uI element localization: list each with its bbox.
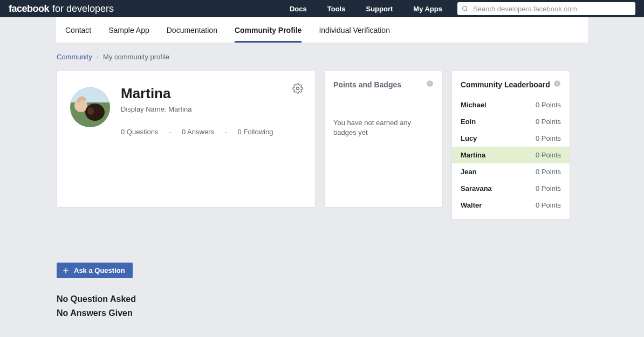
- secondary-nav: ContactSample AppDocumentationCommunity …: [55, 17, 589, 43]
- points-title: Points and Badges: [333, 80, 401, 89]
- points-card: Points and Badges You have not earned an…: [324, 71, 443, 208]
- svg-point-2: [297, 87, 299, 90]
- top-nav: facebook for developers Docs Tools Suppo…: [0, 0, 644, 17]
- profile-name: Martina: [121, 85, 302, 102]
- leaderboard-points: 0 Points: [536, 201, 561, 209]
- leaderboard-row[interactable]: Saravana0 Points: [452, 180, 570, 197]
- brand-developers: for developers: [52, 3, 114, 15]
- leaderboard-name: Saravana: [461, 184, 492, 192]
- leaderboard-row[interactable]: Eoin0 Points: [452, 113, 570, 130]
- profile-stats: 0 Questions · 0 Answers · 0 Following: [121, 128, 302, 136]
- svg-point-13: [557, 81, 558, 82]
- leaderboard-row[interactable]: Jean0 Points: [452, 163, 570, 180]
- svg-point-5: [74, 99, 87, 112]
- leaderboard-points: 0 Points: [536, 118, 561, 126]
- leaderboard-row[interactable]: Michael0 Points: [452, 97, 570, 113]
- svg-point-7: [87, 107, 94, 115]
- plus-icon: [62, 267, 70, 274]
- profile-card: Martina Display Name: Martina 0 Question…: [57, 71, 316, 208]
- no-answers-text: No Answers Given: [57, 308, 587, 318]
- main-row: Martina Display Name: Martina 0 Question…: [52, 71, 592, 219]
- svg-rect-9: [429, 83, 430, 85]
- tab-community-profile[interactable]: Community Profile: [235, 17, 302, 43]
- leaderboard-name: Eoin: [461, 118, 476, 126]
- svg-point-10: [429, 81, 430, 82]
- leaderboard-card: Community Leaderboard Michael0 PointsEoi…: [451, 71, 570, 219]
- dot-separator: ·: [225, 128, 227, 136]
- leaderboard-list: Michael0 PointsEoin0 PointsLucy0 PointsM…: [452, 97, 570, 214]
- leaderboard-row[interactable]: Lucy0 Points: [452, 130, 570, 147]
- gear-icon[interactable]: [292, 83, 303, 96]
- leaderboard-title: Community Leaderboard: [461, 80, 550, 89]
- leaderboard-points: 0 Points: [536, 168, 561, 176]
- stat-answers: 0 Answers: [182, 128, 214, 136]
- nav-support[interactable]: Support: [366, 5, 393, 13]
- info-icon[interactable]: [553, 80, 561, 89]
- profile-display-name: Display Name: Martina: [121, 105, 302, 113]
- breadcrumb: Community › My community profile: [52, 53, 592, 61]
- tab-sample-app[interactable]: Sample App: [108, 17, 149, 43]
- svg-line-1: [466, 10, 468, 11]
- leaderboard-points: 0 Points: [536, 101, 561, 109]
- points-message: You have not earned any badges yet: [333, 118, 434, 137]
- no-questions-text: No Question Asked: [57, 294, 587, 304]
- leaderboard-points: 0 Points: [536, 184, 561, 192]
- profile-info: Martina Display Name: Martina 0 Question…: [121, 85, 302, 136]
- info-icon[interactable]: [426, 80, 434, 89]
- leaderboard-name: Michael: [461, 101, 487, 109]
- leaderboard-row[interactable]: Martina0 Points: [452, 147, 570, 163]
- stat-questions: 0 Questions: [121, 128, 158, 136]
- search-wrap[interactable]: [457, 2, 635, 15]
- svg-rect-4: [70, 87, 110, 102]
- leaderboard-points: 0 Points: [536, 134, 561, 142]
- questions-section: Ask a Question No Question Asked No Answ…: [52, 263, 592, 318]
- leaderboard-name: Jean: [461, 168, 477, 176]
- nav-my-apps[interactable]: My Apps: [413, 5, 442, 13]
- tab-individual-verification[interactable]: Individual Verification: [319, 17, 390, 43]
- leaderboard-name: Lucy: [461, 134, 477, 142]
- search-input[interactable]: [473, 5, 631, 13]
- chevron-right-icon: ›: [97, 53, 99, 61]
- leaderboard-points: 0 Points: [536, 151, 561, 159]
- divider: [121, 121, 302, 121]
- svg-point-0: [463, 6, 467, 10]
- tab-documentation[interactable]: Documentation: [167, 17, 217, 43]
- brand-facebook: facebook: [9, 3, 49, 15]
- leaderboard-row[interactable]: Walter0 Points: [452, 197, 570, 214]
- leaderboard-name: Martina: [461, 151, 485, 159]
- stat-following: 0 Following: [238, 128, 273, 136]
- leaderboard-name: Walter: [461, 201, 482, 209]
- brand: facebook for developers: [9, 3, 114, 15]
- nav-docs[interactable]: Docs: [290, 5, 307, 13]
- tab-contact[interactable]: Contact: [65, 17, 91, 43]
- breadcrumb-root[interactable]: Community: [57, 53, 92, 61]
- ask-question-label: Ask a Question: [74, 266, 125, 274]
- dot-separator: ·: [169, 128, 171, 136]
- breadcrumb-current: My community profile: [103, 53, 169, 61]
- top-nav-links: Docs Tools Support My Apps: [290, 5, 442, 13]
- svg-rect-12: [557, 83, 557, 85]
- ask-question-button[interactable]: Ask a Question: [57, 263, 133, 278]
- avatar: [70, 87, 110, 127]
- search-icon: [462, 5, 469, 12]
- nav-tools[interactable]: Tools: [327, 5, 346, 13]
